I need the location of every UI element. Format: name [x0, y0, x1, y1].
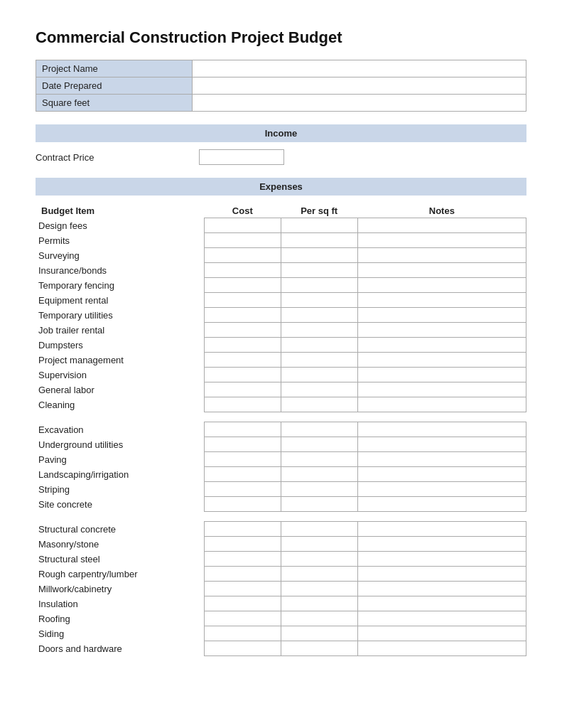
cost-input[interactable]	[204, 353, 281, 368]
persqft-input[interactable]	[281, 522, 357, 537]
contract-price-input[interactable]	[199, 149, 284, 165]
cost-input[interactable]	[204, 338, 281, 353]
cost-input[interactable]	[204, 248, 281, 263]
cost-input[interactable]	[204, 552, 281, 567]
cost-input[interactable]	[204, 596, 281, 611]
persqft-input[interactable]	[281, 278, 357, 293]
cost-input[interactable]	[204, 323, 281, 338]
persqft-input[interactable]	[281, 467, 357, 482]
cost-input[interactable]	[204, 626, 281, 641]
persqft-input[interactable]	[281, 582, 357, 596]
persqft-input[interactable]	[281, 422, 357, 437]
notes-input[interactable]	[357, 611, 526, 626]
info-value[interactable]	[193, 60, 526, 77]
cost-input[interactable]	[204, 397, 281, 412]
notes-input[interactable]	[357, 353, 526, 368]
persqft-input[interactable]	[281, 353, 357, 368]
notes-input[interactable]	[357, 452, 526, 467]
notes-input[interactable]	[357, 397, 526, 412]
notes-input[interactable]	[357, 218, 526, 233]
cost-input[interactable]	[204, 263, 281, 278]
notes-input[interactable]	[357, 467, 526, 482]
notes-input[interactable]	[357, 368, 526, 382]
notes-input[interactable]	[357, 641, 526, 656]
persqft-input[interactable]	[281, 482, 357, 497]
expenses-header: Expenses	[36, 178, 526, 196]
budget-item-label: Equipment rental	[36, 293, 204, 308]
cost-input[interactable]	[204, 382, 281, 397]
cost-input[interactable]	[204, 467, 281, 482]
table-row: Insurance/bonds	[36, 263, 526, 278]
cost-input[interactable]	[204, 293, 281, 308]
notes-input[interactable]	[357, 582, 526, 596]
persqft-input[interactable]	[281, 626, 357, 641]
notes-input[interactable]	[357, 567, 526, 582]
notes-input[interactable]	[357, 497, 526, 512]
persqft-input[interactable]	[281, 248, 357, 263]
cost-input[interactable]	[204, 482, 281, 497]
notes-input[interactable]	[357, 293, 526, 308]
cost-input[interactable]	[204, 422, 281, 437]
cost-input[interactable]	[204, 497, 281, 512]
cost-input[interactable]	[204, 368, 281, 382]
notes-input[interactable]	[357, 382, 526, 397]
persqft-input[interactable]	[281, 437, 357, 452]
persqft-input[interactable]	[281, 497, 357, 512]
notes-input[interactable]	[357, 278, 526, 293]
cost-input[interactable]	[204, 218, 281, 233]
info-value[interactable]	[193, 95, 526, 112]
notes-input[interactable]	[357, 596, 526, 611]
notes-input[interactable]	[357, 338, 526, 353]
persqft-input[interactable]	[281, 368, 357, 382]
budget-item-label: General labor	[36, 382, 204, 397]
info-label: Project Name	[36, 60, 193, 77]
persqft-input[interactable]	[281, 611, 357, 626]
persqft-input[interactable]	[281, 567, 357, 582]
persqft-input[interactable]	[281, 641, 357, 656]
cost-input[interactable]	[204, 278, 281, 293]
notes-input[interactable]	[357, 437, 526, 452]
cost-input[interactable]	[204, 437, 281, 452]
persqft-input[interactable]	[281, 338, 357, 353]
notes-input[interactable]	[357, 422, 526, 437]
persqft-input[interactable]	[281, 382, 357, 397]
notes-input[interactable]	[357, 522, 526, 537]
cost-input[interactable]	[204, 611, 281, 626]
notes-input[interactable]	[357, 263, 526, 278]
persqft-input[interactable]	[281, 596, 357, 611]
persqft-input[interactable]	[281, 308, 357, 323]
table-row: Roofing	[36, 611, 526, 626]
persqft-input[interactable]	[281, 293, 357, 308]
cost-input[interactable]	[204, 582, 281, 596]
cost-input[interactable]	[204, 522, 281, 537]
notes-input[interactable]	[357, 323, 526, 338]
persqft-input[interactable]	[281, 233, 357, 248]
cost-input[interactable]	[204, 567, 281, 582]
persqft-input[interactable]	[281, 397, 357, 412]
notes-input[interactable]	[357, 233, 526, 248]
cost-input[interactable]	[204, 641, 281, 656]
col-header-cost: Cost	[204, 203, 281, 218]
persqft-input[interactable]	[281, 552, 357, 567]
notes-input[interactable]	[357, 626, 526, 641]
persqft-input[interactable]	[281, 218, 357, 233]
persqft-input[interactable]	[281, 323, 357, 338]
notes-input[interactable]	[357, 552, 526, 567]
cost-input[interactable]	[204, 308, 281, 323]
persqft-input[interactable]	[281, 452, 357, 467]
cost-input[interactable]	[204, 233, 281, 248]
persqft-input[interactable]	[281, 263, 357, 278]
table-row: Paving	[36, 452, 526, 467]
notes-input[interactable]	[357, 248, 526, 263]
notes-input[interactable]	[357, 537, 526, 552]
persqft-input[interactable]	[281, 537, 357, 552]
cost-input[interactable]	[204, 452, 281, 467]
budget-item-label: Landscaping/irrigation	[36, 467, 204, 482]
info-value[interactable]	[193, 77, 526, 95]
notes-input[interactable]	[357, 308, 526, 323]
budget-item-label: Insurance/bonds	[36, 263, 204, 278]
notes-input[interactable]	[357, 482, 526, 497]
info-row: Square feet	[36, 95, 526, 112]
cost-input[interactable]	[204, 537, 281, 552]
table-row: Structural steel	[36, 552, 526, 567]
